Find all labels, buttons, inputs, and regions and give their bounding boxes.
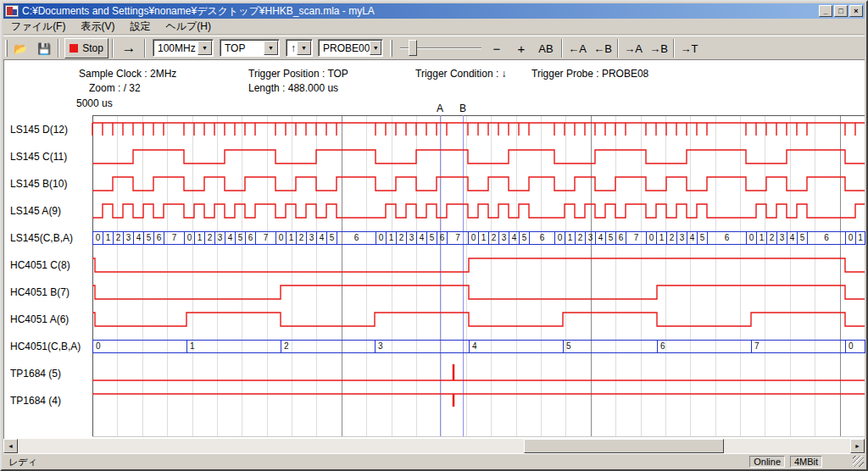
stop-icon	[70, 44, 78, 53]
grid-minor-line	[790, 115, 791, 436]
chevron-down-icon[interactable]: ▼	[297, 41, 311, 55]
scroll-right-arrow[interactable]: ►	[850, 439, 865, 453]
goto-marker-b-left-button[interactable]: ←B	[591, 39, 615, 58]
scrollbar-thumb[interactable]	[524, 439, 724, 453]
toolbar-separator	[617, 39, 619, 58]
zoom-ab-button[interactable]: AB	[535, 39, 557, 58]
channel-label: TP1684 (4)	[10, 394, 61, 407]
bus-cell: 6	[707, 231, 747, 245]
toolbar-separator	[112, 39, 114, 58]
bus-cell: 3	[375, 340, 470, 353]
minimize-button[interactable]: _	[819, 5, 832, 17]
toolbar: 📂 💾 Stop → 100MHz ▼ TOP ▼ ↑ ▼ PROBE00 ▼ …	[3, 36, 865, 59]
length-readout: Length : 488.000 us	[248, 82, 338, 94]
menu-view[interactable]: 表示(V)	[73, 18, 122, 36]
marker-line-b	[463, 115, 464, 436]
trigger-position-combo[interactable]: TOP ▼	[220, 39, 280, 57]
bus-cell: 6	[337, 231, 376, 245]
grid-minor-line	[715, 115, 716, 436]
goto-marker-a-right-button[interactable]: →A	[621, 39, 645, 58]
grid-minor-line	[516, 115, 517, 436]
bus-cell: 4	[469, 340, 564, 353]
bus-cell: 2	[281, 340, 376, 353]
channel-label: LS145 D(12)	[10, 123, 68, 136]
channel-label: HC4051 C(8)	[10, 258, 70, 272]
marker-label-b: B	[459, 103, 466, 114]
bus-cell: 1	[855, 231, 865, 245]
sample-clock-value: 100MHz	[153, 42, 198, 54]
resize-grip[interactable]	[853, 456, 864, 467]
maximize-button[interactable]: □	[834, 5, 848, 17]
trigger-edge-combo[interactable]: ↑ ▼	[286, 39, 313, 57]
grid-minor-line	[292, 115, 292, 436]
trigger-position-readout: Trigger Position : TOP	[248, 68, 348, 80]
waveform-panel[interactable]: Sample Clock : 2MHz Trigger Position : T…	[3, 59, 865, 439]
grid-minor-line	[815, 115, 815, 436]
trigger-probe-combo[interactable]: PROBE00 ▼	[318, 39, 383, 57]
chevron-down-icon[interactable]: ▼	[370, 41, 381, 55]
grid-major-line	[840, 115, 841, 436]
channel-label: HC4051 B(7)	[10, 285, 70, 299]
menu-help[interactable]: ヘルプ(H)	[158, 18, 219, 36]
grid-minor-line	[366, 115, 367, 436]
menu-settings[interactable]: 設定	[122, 18, 158, 36]
toolbar-separator	[144, 39, 146, 58]
toolbar-grip	[5, 40, 8, 57]
bus-cell: 0	[92, 340, 187, 353]
marker-label-a: A	[437, 103, 443, 114]
bus-cell: 7	[751, 340, 846, 353]
timebase-label: 5000 us	[76, 97, 113, 109]
chevron-down-icon[interactable]: ▼	[198, 41, 212, 55]
open-file-button[interactable]: 📂	[10, 39, 31, 58]
goto-trigger-button[interactable]: →T	[677, 39, 701, 58]
toolbar-separator	[673, 39, 675, 58]
bus-cell: 6	[657, 340, 752, 353]
channel-label: LS145 C(11)	[10, 150, 67, 163]
marker-line-a	[440, 115, 441, 436]
bus-cell: 1	[186, 340, 281, 353]
trigger-condition-readout: Trigger Condition : ↓	[415, 68, 507, 80]
bus-cell: 6	[807, 231, 846, 245]
grid-minor-line	[217, 115, 218, 436]
scroll-left-arrow[interactable]: ◄	[3, 439, 18, 453]
bus-cell: 7	[626, 231, 647, 245]
close-button[interactable]: ×	[849, 5, 863, 17]
grid-minor-line	[541, 115, 542, 436]
zoom-out-button[interactable]: −	[487, 39, 507, 58]
grid-minor-line	[466, 115, 467, 436]
zoom-slider-thumb[interactable]	[409, 40, 417, 56]
plot-bottom-border	[92, 436, 865, 437]
save-file-button[interactable]: 💾	[34, 39, 54, 58]
plot-top-border	[92, 115, 865, 116]
grid-minor-line	[416, 115, 417, 436]
toolbar-grip	[390, 40, 392, 57]
grid-minor-line	[142, 115, 143, 436]
grid-minor-line	[192, 115, 193, 436]
sample-clock-readout: Sample Clock : 2MHz	[79, 68, 176, 80]
grid-minor-line	[690, 115, 691, 436]
bus-cell: 5	[563, 340, 658, 353]
goto-marker-b-right-button[interactable]: →B	[647, 39, 670, 58]
grid-minor-line	[765, 115, 765, 436]
run-button[interactable]: →	[117, 39, 141, 58]
channel-label: HC4051 A(6)	[10, 313, 69, 326]
bus-cell: 0	[845, 340, 865, 353]
sample-clock-combo[interactable]: 100MHz ▼	[153, 39, 214, 57]
stop-button[interactable]: Stop	[64, 38, 108, 58]
zoom-readout: Zoom : / 32	[89, 82, 141, 94]
channel-label: LS145 A(9)	[10, 204, 61, 218]
title-bar: C:¥Documents and Settings¥noname¥デスクトップ¥…	[3, 3, 865, 19]
grid-minor-line	[392, 115, 392, 436]
bus-cell: 7	[164, 231, 185, 245]
chevron-down-icon[interactable]: ▼	[264, 41, 278, 55]
trigger-position-value: TOP	[220, 42, 264, 54]
zoom-in-button[interactable]: +	[511, 39, 531, 58]
plot-left-border	[92, 115, 93, 436]
grid-minor-line	[565, 115, 566, 436]
horizontal-scrollbar[interactable]: ◄ ►	[3, 439, 865, 453]
goto-marker-a-left-button[interactable]: ←A	[565, 39, 589, 58]
menu-file[interactable]: ファイル(F)	[3, 18, 73, 36]
bus-cell: 6	[529, 231, 555, 245]
logic-analyzer-window: C:¥Documents and Settings¥noname¥デスクトップ¥…	[0, 0, 868, 471]
channel-label: HC4051(C,B,A)	[10, 340, 81, 353]
